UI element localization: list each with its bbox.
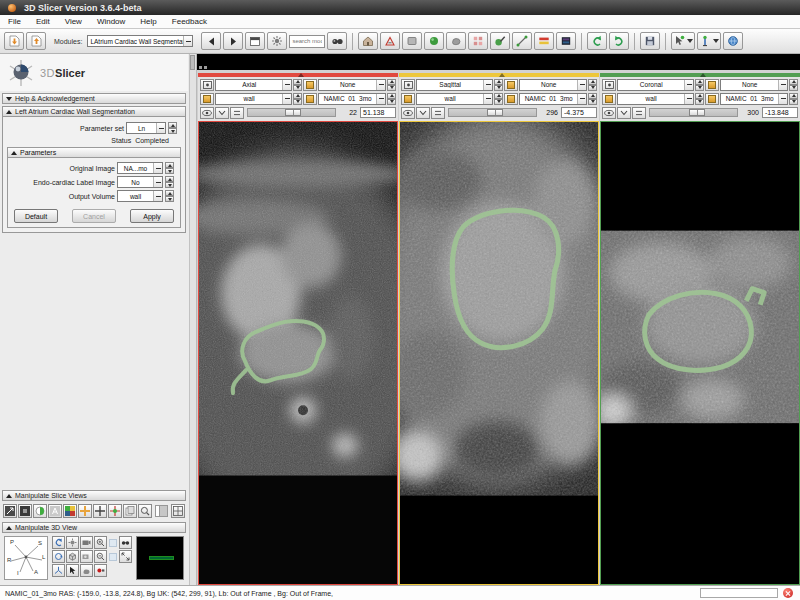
toggle-foreground-button[interactable]	[33, 504, 47, 518]
background-layer-button[interactable]	[705, 93, 719, 105]
coronal-slice-image[interactable]	[600, 121, 800, 585]
error-log-button[interactable]	[783, 588, 793, 598]
link-views-button[interactable]	[504, 79, 518, 91]
label-spinner[interactable]	[293, 93, 302, 105]
modules-combobox[interactable]: LAtrium Cardiac Wall Segmentatio...	[87, 35, 193, 47]
undo-button[interactable]	[587, 32, 607, 50]
section-module-title[interactable]: Left Atrium Cardiac Wall Segmentation	[2, 106, 186, 117]
toggle-labels-button[interactable]	[48, 504, 62, 518]
slice-menu-button[interactable]	[416, 107, 430, 119]
section-manipulate-3d-view[interactable]: Manipulate 3D View	[2, 522, 186, 533]
load-scene-button[interactable]	[4, 32, 24, 50]
zoom-out-button[interactable]	[94, 550, 107, 563]
section-parameters[interactable]: Parameters	[7, 147, 181, 158]
slice-visibility-button[interactable]	[401, 107, 415, 119]
menu-window[interactable]: Window	[97, 17, 125, 26]
module-settings-button[interactable]	[267, 32, 287, 50]
next-module-button[interactable]	[223, 32, 243, 50]
apply-button[interactable]: Apply	[130, 209, 174, 223]
toggle-annotations-button[interactable]	[3, 504, 17, 518]
axial-foreground-combobox[interactable]: None	[318, 79, 386, 91]
save-data-button[interactable]	[640, 32, 660, 50]
background-layer-button[interactable]	[303, 93, 317, 105]
grid-button[interactable]	[93, 504, 107, 518]
original-image-spinner[interactable]	[165, 162, 174, 174]
coronal-label-combobox[interactable]: wall	[617, 93, 694, 105]
pick-mode-button[interactable]	[66, 564, 79, 577]
parameter-set-spinner[interactable]	[168, 122, 177, 134]
foreground-spinner[interactable]	[789, 79, 798, 91]
sagittal-slice-image[interactable]	[399, 121, 599, 585]
label-spinner[interactable]	[695, 93, 704, 105]
axial-colorbar[interactable]	[198, 73, 398, 77]
models-module-button[interactable]	[424, 32, 444, 50]
import-scene-button[interactable]	[26, 32, 46, 50]
label-layer-button[interactable]	[401, 93, 415, 105]
section-manipulate-slice-views[interactable]: Manipulate Slice Views	[2, 490, 186, 501]
label-spinner[interactable]	[494, 93, 503, 105]
label-layer-button[interactable]	[602, 93, 616, 105]
screenshot-slices-button[interactable]	[123, 504, 137, 518]
slider-handle[interactable]	[285, 109, 301, 116]
coronal-slice-slider[interactable]	[649, 108, 738, 117]
sagittal-colorbar[interactable]	[399, 73, 599, 77]
axial-offset-field[interactable]: 51.138	[360, 107, 396, 118]
crosshair-button[interactable]	[78, 504, 92, 518]
camera-look-button[interactable]	[80, 550, 93, 563]
orientation-spinner[interactable]	[293, 79, 302, 91]
sagittal-slice-slider[interactable]	[448, 108, 537, 117]
layout-lightbox-button[interactable]	[171, 504, 185, 518]
coronal-orientation-combobox[interactable]: Coronal	[617, 79, 694, 91]
endocardiac-label-image-combobox[interactable]: No	[117, 176, 163, 188]
output-volume-spinner[interactable]	[165, 190, 174, 202]
record-view-button[interactable]	[94, 564, 107, 577]
slice-grid-button[interactable]	[632, 107, 646, 119]
slice-visibility-button[interactable]	[200, 107, 214, 119]
axial-background-combobox[interactable]: NAMIC_01_3mo	[318, 93, 386, 105]
label-opacity-slider[interactable]	[155, 505, 168, 517]
mouse-place-button[interactable]	[697, 32, 721, 50]
volumes-module-button[interactable]	[402, 32, 422, 50]
axial-slice-slider[interactable]	[247, 108, 336, 117]
slider-handle[interactable]	[487, 109, 503, 116]
foreground-spinner[interactable]	[588, 79, 597, 91]
sagittal-foreground-combobox[interactable]: None	[519, 79, 587, 91]
stereo-checkbox[interactable]	[109, 539, 117, 547]
scrollbar-thumb[interactable]	[190, 55, 195, 70]
coronal-background-combobox[interactable]: NAMIC_01_3mo	[720, 93, 788, 105]
module-search-input[interactable]	[289, 35, 325, 48]
ruler-module-button[interactable]	[534, 32, 554, 50]
sagittal-orientation-combobox[interactable]: Sagittal	[416, 79, 493, 91]
sagittal-background-combobox[interactable]: NAMIC_01_3mo	[519, 93, 587, 105]
stereo-view-button[interactable]	[119, 536, 132, 549]
slice-options-button[interactable]	[401, 79, 415, 91]
background-spinner[interactable]	[789, 93, 798, 105]
foreground-spinner[interactable]	[387, 79, 396, 91]
coronal-colorbar[interactable]	[600, 73, 800, 77]
spin-view-button[interactable]	[66, 536, 79, 549]
menu-feedback[interactable]: Feedback	[172, 17, 207, 26]
zoom-slices-button[interactable]	[138, 504, 152, 518]
slice-menu-button[interactable]	[617, 107, 631, 119]
menu-edit[interactable]: Edit	[36, 17, 50, 26]
rotate-view-button[interactable]	[52, 536, 65, 549]
expand-view-button[interactable]	[119, 550, 132, 563]
slice-options-button[interactable]	[200, 79, 214, 91]
default-button[interactable]: Default	[14, 209, 58, 223]
orbit-view-button[interactable]	[52, 550, 65, 563]
slider-handle[interactable]	[689, 109, 705, 116]
background-layer-button[interactable]	[504, 93, 518, 105]
measurements-module-button[interactable]	[512, 32, 532, 50]
colors-module-button[interactable]	[556, 32, 576, 50]
parameter-set-combobox[interactable]: Ln	[126, 122, 166, 134]
label-opacity-button[interactable]	[63, 504, 77, 518]
label-layer-button[interactable]	[200, 93, 214, 105]
view3d-navigation-preview[interactable]	[136, 536, 184, 580]
coronal-foreground-combobox[interactable]: None	[720, 79, 788, 91]
compare-views-button[interactable]	[18, 504, 32, 518]
slice-visibility-button[interactable]	[602, 107, 616, 119]
orientation-spinner[interactable]	[494, 79, 503, 91]
redlight-checkbox[interactable]	[109, 553, 117, 561]
module-history-button[interactable]	[245, 32, 265, 50]
orientation-compass[interactable]: P S L R I A	[4, 536, 48, 580]
